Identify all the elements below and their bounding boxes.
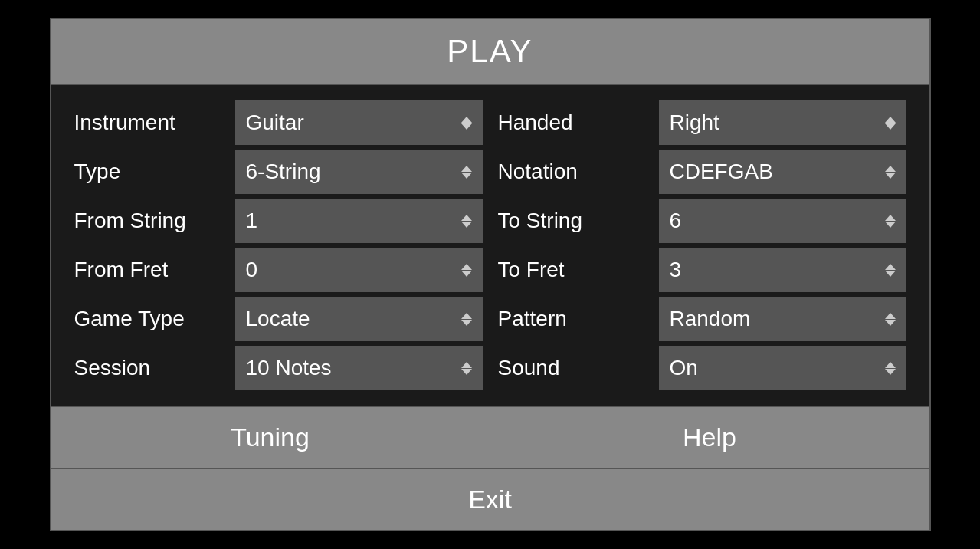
left-select-2[interactable]: 1 (235, 199, 483, 243)
left-select-arrows-1 (461, 166, 472, 179)
left-field-row-0: InstrumentGuitar (74, 100, 483, 145)
arrow-down-icon (461, 222, 472, 228)
arrow-up-icon (461, 215, 472, 221)
arrow-down-icon (885, 320, 896, 326)
exit-bar[interactable]: Exit (51, 468, 929, 530)
left-select-arrows-2 (461, 215, 472, 228)
right-select-arrows-5 (885, 362, 896, 375)
right-label-0: Handed (498, 110, 651, 135)
left-select-3[interactable]: 0 (235, 248, 483, 292)
right-select-value-0: Right (670, 110, 719, 135)
arrow-up-icon (461, 264, 472, 270)
left-field-row-4: Game TypeLocate (74, 297, 483, 341)
left-select-value-4: Locate (246, 307, 310, 331)
left-select-value-3: 0 (246, 258, 258, 282)
left-field-row-3: From Fret0 (74, 248, 483, 292)
right-field-row-4: PatternRandom (498, 297, 906, 341)
right-select-value-1: CDEFGAB (670, 159, 773, 184)
help-button[interactable]: Help (490, 407, 929, 468)
right-label-1: Notation (498, 159, 651, 184)
right-select-5[interactable]: On (659, 346, 906, 390)
right-field-row-2: To String6 (498, 199, 906, 243)
arrow-up-icon (885, 362, 896, 368)
arrow-up-icon (885, 313, 896, 319)
right-select-arrows-3 (885, 264, 896, 277)
left-field-row-2: From String1 (74, 199, 483, 243)
arrow-down-icon (885, 173, 896, 179)
left-select-value-0: Guitar (246, 110, 304, 135)
right-select-value-4: Random (670, 307, 751, 331)
left-label-5: Session (74, 356, 228, 380)
right-select-1[interactable]: CDEFGAB (659, 150, 906, 194)
right-select-2[interactable]: 6 (659, 199, 906, 243)
right-select-value-2: 6 (670, 209, 682, 233)
left-select-0[interactable]: Guitar (235, 100, 483, 145)
arrow-down-icon (461, 271, 472, 277)
right-field-row-0: HandedRight (498, 100, 906, 145)
left-select-value-5: 10 Notes (246, 356, 332, 380)
main-grid: InstrumentGuitarType6-StringFrom String1… (51, 85, 929, 406)
page-title: PLAY (447, 33, 533, 69)
left-select-arrows-0 (461, 117, 472, 130)
right-label-5: Sound (498, 356, 651, 380)
left-select-arrows-4 (461, 313, 472, 326)
left-select-value-1: 6-String (246, 159, 321, 184)
app-container: PLAY InstrumentGuitarType6-StringFrom St… (50, 18, 931, 531)
right-select-value-3: 3 (670, 258, 682, 282)
left-label-3: From Fret (74, 258, 228, 282)
right-select-arrows-0 (885, 117, 896, 130)
right-select-value-5: On (670, 356, 698, 380)
tuning-button[interactable]: Tuning (51, 407, 490, 468)
right-field-row-5: SoundOn (498, 346, 906, 390)
left-label-1: Type (74, 159, 228, 184)
right-select-4[interactable]: Random (659, 297, 906, 341)
footer-buttons: Tuning Help (51, 406, 929, 468)
header: PLAY (51, 19, 929, 85)
arrow-down-icon (885, 123, 896, 130)
right-field-row-3: To Fret3 (498, 248, 906, 292)
right-select-arrows-2 (885, 215, 896, 228)
left-select-value-2: 1 (246, 209, 258, 233)
left-column: InstrumentGuitarType6-StringFrom String1… (67, 93, 490, 398)
right-label-4: Pattern (498, 307, 651, 331)
left-select-5[interactable]: 10 Notes (235, 346, 483, 390)
left-select-1[interactable]: 6-String (235, 150, 483, 194)
arrow-down-icon (885, 271, 896, 277)
arrow-up-icon (885, 166, 896, 172)
right-column: HandedRightNotationCDEFGABTo String6To F… (490, 93, 914, 398)
arrow-up-icon (885, 117, 896, 123)
left-field-row-5: Session10 Notes (74, 346, 483, 390)
arrow-up-icon (461, 166, 472, 172)
left-select-4[interactable]: Locate (235, 297, 483, 341)
right-select-arrows-4 (885, 313, 896, 326)
arrow-down-icon (461, 173, 472, 179)
left-select-arrows-5 (461, 362, 472, 375)
arrow-down-icon (885, 222, 896, 228)
right-label-2: To String (498, 209, 651, 233)
arrow-up-icon (885, 215, 896, 221)
arrow-up-icon (461, 362, 472, 368)
right-select-0[interactable]: Right (659, 100, 906, 145)
left-label-4: Game Type (74, 307, 228, 331)
left-label-2: From String (74, 209, 228, 233)
arrow-down-icon (461, 320, 472, 326)
right-field-row-1: NotationCDEFGAB (498, 150, 906, 194)
right-label-3: To Fret (498, 258, 651, 282)
right-select-arrows-1 (885, 166, 896, 179)
arrow-up-icon (461, 117, 472, 123)
left-select-arrows-3 (461, 264, 472, 277)
exit-label: Exit (468, 485, 512, 514)
arrow-up-icon (461, 313, 472, 319)
left-field-row-1: Type6-String (74, 150, 483, 194)
arrow-down-icon (885, 369, 896, 375)
left-label-0: Instrument (74, 110, 228, 135)
arrow-up-icon (885, 264, 896, 270)
arrow-down-icon (461, 369, 472, 375)
right-select-3[interactable]: 3 (659, 248, 906, 292)
arrow-down-icon (461, 123, 472, 130)
